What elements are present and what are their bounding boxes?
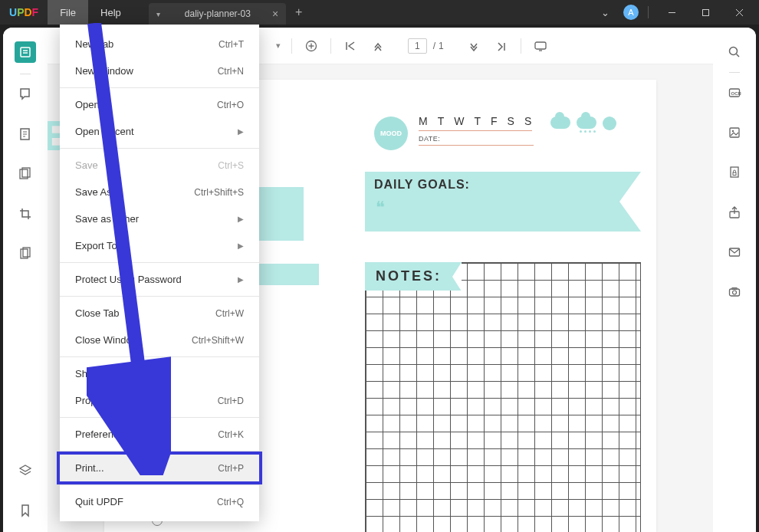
svg-rect-29 [733,172,736,176]
menu-file[interactable]: File [48,0,88,25]
goals-banner: DAILY GOALS: ❝ [365,172,641,232]
menu-properties[interactable]: Properties...Ctrl+D [60,387,259,414]
goals-heading: DAILY GOALS: [365,172,641,198]
mood-badge: MOOD [374,117,408,150]
organize-tool-icon[interactable] [16,165,34,183]
tab-title: daliy-planner-03 [185,8,251,19]
window-close-icon[interactable] [725,0,753,25]
page-sep: / [433,41,435,51]
date-label: DATE: [419,135,534,146]
tab-close-icon[interactable]: × [272,8,278,20]
last-page-icon[interactable] [493,38,510,54]
window-minimize-icon[interactable] [658,0,685,25]
menu-quit[interactable]: Quit UPDFCtrl+Q [60,488,259,515]
menu-open-recent[interactable]: Open Recent▶ [60,118,259,145]
submenu-arrow-icon: ▶ [238,241,244,250]
next-page-icon[interactable] [465,38,482,54]
title-chevron-icon[interactable]: ⌄ [593,7,617,18]
document-tab[interactable]: ▾ daliy-planner-03 × [149,3,286,25]
ocr-icon[interactable]: OCR [725,84,744,102]
mail-icon[interactable] [725,243,744,261]
menu-export[interactable]: Export To▶ [60,232,259,259]
left-tool-rail [3,28,48,532]
present-icon[interactable] [532,38,549,54]
svg-text:OCR: OCR [731,91,742,96]
new-tab-button[interactable]: + [286,5,311,19]
svg-rect-4 [21,48,30,57]
page-total: 1 [439,41,444,51]
right-tool-rail: OCR [713,28,756,532]
quote-icon: ❝ [365,198,641,218]
menu-close-window[interactable]: Close WindowCtrl+Shift+W [60,327,259,353]
zoom-dropdown-icon[interactable]: ▾ [276,41,281,51]
window-maximize-icon[interactable] [692,0,719,25]
search-icon[interactable] [725,43,744,61]
image-tool-icon[interactable] [725,123,744,142]
notes-heading: NOTES: [365,262,462,291]
sun-icon [603,117,616,130]
menu-save-other[interactable]: Save as Other▶ [60,205,259,232]
comment-tool-icon[interactable] [16,85,34,103]
menu-preferences[interactable]: Preferences...Ctrl+K [60,421,259,448]
tools-icon[interactable] [16,245,34,263]
menu-save-as[interactable]: Save As...Ctrl+Shift+S [60,179,259,205]
file-menu-dropdown: New TabCtrl+T New WindowCtrl+N Open...Ct… [60,25,259,521]
menu-save: SaveCtrl+S [60,152,259,179]
weather-icons [550,117,616,130]
menu-print[interactable]: Print...Ctrl+P [60,455,259,481]
first-page-icon[interactable] [342,38,359,54]
menu-show-folder[interactable]: Show in Folder [60,360,259,387]
menu-help[interactable]: Help [88,0,133,25]
tab-pin-icon[interactable]: ▾ [156,10,160,18]
title-bar: UPDF File Help ▾ daliy-planner-03 × + ⌄ … [0,0,759,25]
edit-tool-icon[interactable] [16,125,34,143]
svg-line-23 [737,54,740,57]
weekday-row: MTWTFSS [419,115,532,131]
prev-page-icon[interactable] [370,38,386,54]
menu-protect[interactable]: Protect Using Password▶ [60,266,259,293]
crop-tool-icon[interactable] [16,205,34,223]
svg-rect-20 [535,42,546,49]
app-logo: UPDF [0,6,48,18]
bookmark-icon[interactable] [16,501,34,520]
menu-open[interactable]: Open...Ctrl+O [60,91,259,118]
svg-rect-1 [702,9,708,15]
tab-strip: ▾ daliy-planner-03 × + [149,0,312,25]
lock-page-icon[interactable] [725,163,744,182]
menu-close-tab[interactable]: Close TabCtrl+W [60,300,259,327]
reader-mode-icon[interactable] [15,41,36,63]
menu-new-window[interactable]: New WindowCtrl+N [60,57,259,84]
camera-icon[interactable] [725,283,744,301]
rain-cloud-icon [577,117,596,129]
add-page-icon[interactable] [303,38,320,54]
submenu-arrow-icon: ▶ [238,275,244,284]
svg-point-27 [732,130,734,132]
user-avatar[interactable]: A [623,5,639,20]
svg-point-33 [733,291,737,294]
svg-point-22 [730,48,738,55]
cloud-icon [550,117,570,129]
notes-grid [365,262,641,532]
share-icon[interactable] [725,203,744,222]
svg-rect-32 [730,289,740,296]
submenu-arrow-icon: ▶ [238,215,244,223]
submenu-arrow-icon: ▶ [238,127,244,136]
layers-icon[interactable] [16,461,34,480]
page-input[interactable]: 1 [408,38,427,54]
menu-new-tab[interactable]: New TabCtrl+T [60,31,259,57]
